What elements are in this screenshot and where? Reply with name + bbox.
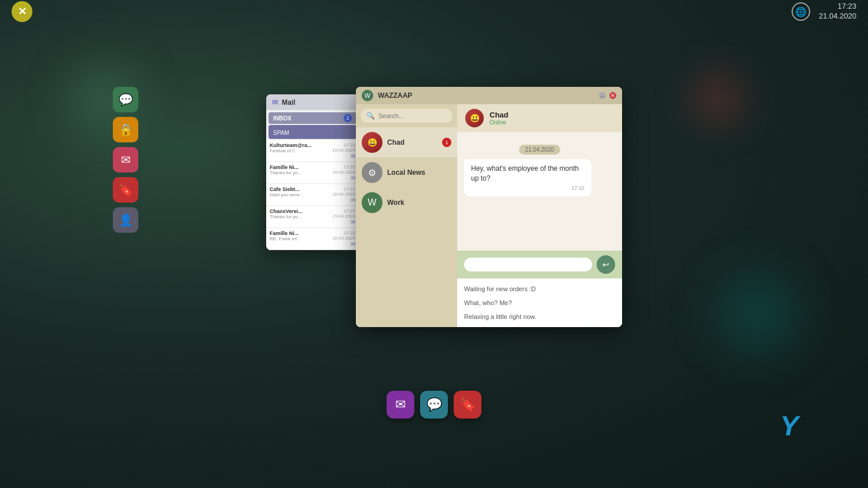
wazzaap-app-icon: W bbox=[362, 90, 373, 101]
sidebar-chat-icon[interactable]: 💬 bbox=[113, 87, 138, 112]
bottom-y-logo: Y bbox=[780, 410, 799, 442]
date-divider: 21.04.2020 bbox=[464, 144, 615, 155]
taskbar-bookmark-icon[interactable]: 🔖 bbox=[454, 391, 481, 419]
chat-input-area: ↩ bbox=[457, 251, 622, 278]
contact-chad[interactable]: 😀 Chad 1 bbox=[356, 127, 457, 157]
window-controls: — ✕ bbox=[599, 92, 616, 99]
clock-date: 21.04.2020 bbox=[819, 12, 856, 21]
taskbar-mail-icon[interactable]: ✉ bbox=[387, 391, 414, 419]
topbar-right: 🌐 17:23 21.04.2020 bbox=[792, 2, 856, 21]
chat-panel: 😀 Chad Online 21.04.2020 Hey, what's emp… bbox=[457, 104, 622, 327]
taskbar: ✉ 💬 🔖 bbox=[387, 391, 481, 419]
left-sidebar: 💬 🔒 ✉ 🔖 👤 bbox=[113, 87, 141, 233]
mail-app-icon: ✉ bbox=[272, 98, 278, 107]
message-time-1: 17:22 bbox=[471, 185, 584, 192]
mail-list: Kulturteam@ra... Festival of C 17:22 19.… bbox=[266, 140, 359, 250]
wazzaap-body: 🔍 😀 Chad 1 ⚙ Local News W Work bbox=[356, 104, 622, 327]
contacts-panel: 🔍 😀 Chad 1 ⚙ Local News W Work bbox=[356, 104, 457, 327]
bg-decoration-1 bbox=[46, 46, 162, 151]
contact-local-news[interactable]: ⚙ Local News bbox=[356, 157, 457, 188]
work-avatar: W bbox=[362, 192, 382, 213]
chad-name: Chad bbox=[387, 138, 437, 146]
wazzaap-titlebar: W WAZZAAP — ✕ bbox=[356, 87, 622, 104]
mail-item[interactable]: Cafe Siebt... Glad you were... 17:22 18.… bbox=[266, 184, 359, 206]
reply-suggestions: Waiting for new orders :D What, who? Me?… bbox=[457, 278, 622, 327]
mail-window-header: ✉ Mail bbox=[266, 94, 359, 110]
wazzaap-window: W WAZZAAP — ✕ 🔍 😀 Chad 1 ⚙ Local News bbox=[356, 87, 622, 327]
chad-avatar: 😀 bbox=[362, 132, 382, 153]
search-bar[interactable]: 🔍 bbox=[361, 109, 453, 123]
close-button[interactable]: ✕ bbox=[609, 92, 616, 99]
sidebar-mail-icon[interactable]: ✉ bbox=[113, 147, 138, 173]
sidebar-user-icon[interactable]: 👤 bbox=[113, 207, 138, 233]
sidebar-lock-icon[interactable]: 🔒 bbox=[113, 117, 138, 142]
wazzaap-app-title: WAZZAAP bbox=[378, 91, 594, 100]
chad-avatar-icon: 😀 bbox=[367, 138, 377, 147]
spam-bar[interactable]: SPAM bbox=[269, 125, 356, 139]
send-button[interactable]: ↩ bbox=[597, 255, 615, 274]
mail-item[interactable]: Famille Ni... RE: Frank inf... 17:22 16.… bbox=[266, 228, 359, 250]
reply-option-3[interactable]: Relaxing a little right now. bbox=[464, 311, 615, 322]
work-name: Work bbox=[387, 199, 451, 207]
inbox-label: INBOX bbox=[273, 115, 292, 122]
clock: 17:23 21.04.2020 bbox=[819, 2, 856, 21]
local-news-name: Local News bbox=[387, 168, 451, 177]
mail-item[interactable]: ChaosVerei... Thanks for yo... 17:22 19.… bbox=[266, 206, 359, 228]
reply-option-2[interactable]: What, who? Me? bbox=[464, 297, 615, 309]
local-news-avatar: ⚙ bbox=[362, 162, 382, 183]
chat-header: 😀 Chad Online bbox=[457, 104, 622, 132]
inbox-badge: 2 bbox=[344, 114, 352, 122]
contact-work[interactable]: W Work bbox=[356, 188, 457, 218]
mail-app-window: ✉ Mail INBOX 2 SPAM Kulturteam@ra... Fes… bbox=[266, 94, 359, 250]
search-input[interactable] bbox=[378, 112, 447, 119]
bubble-received-1: Hey, what's employee of the month up to?… bbox=[464, 159, 591, 196]
date-badge: 21.04.2020 bbox=[519, 145, 560, 155]
inbox-bar[interactable]: INBOX 2 bbox=[269, 112, 356, 124]
reply-option-1[interactable]: Waiting for new orders :D bbox=[464, 283, 615, 295]
topbar-logo: ✕ bbox=[12, 1, 32, 22]
mail-app-title: Mail bbox=[282, 98, 295, 107]
chat-avatar: 😀 bbox=[465, 109, 484, 127]
clock-time: 17:23 bbox=[819, 2, 856, 12]
spam-label: SPAM bbox=[273, 130, 289, 136]
search-icon: 🔍 bbox=[366, 112, 375, 120]
globe-icon[interactable]: 🌐 bbox=[792, 2, 810, 21]
bg-decoration-2 bbox=[671, 58, 764, 139]
logo-symbol: ✕ bbox=[18, 5, 27, 18]
sidebar-bookmark-icon[interactable]: 🔖 bbox=[113, 177, 138, 203]
mail-item[interactable]: Famille Ni... Thanks for yo... 17:22 16.… bbox=[266, 162, 359, 184]
message-input[interactable] bbox=[464, 258, 592, 271]
chat-messages: 21.04.2020 Hey, what's employee of the m… bbox=[457, 132, 622, 251]
message-text-1: Hey, what's employee of the month up to? bbox=[471, 164, 579, 182]
topbar: ✕ 🌐 17:23 21.04.2020 bbox=[0, 0, 868, 23]
taskbar-chat-icon[interactable]: 💬 bbox=[420, 391, 448, 419]
minimize-button[interactable]: — bbox=[599, 92, 606, 99]
bg-decoration-3 bbox=[694, 256, 822, 372]
mail-item[interactable]: Kulturteam@ra... Festival of C 17:22 19.… bbox=[266, 140, 359, 162]
chad-badge: 1 bbox=[442, 138, 451, 147]
chat-name: Chad bbox=[490, 111, 614, 119]
chat-status: Online bbox=[490, 119, 614, 126]
message-received-1: Hey, what's employee of the month up to?… bbox=[464, 159, 615, 196]
chat-header-info: Chad Online bbox=[490, 111, 614, 126]
